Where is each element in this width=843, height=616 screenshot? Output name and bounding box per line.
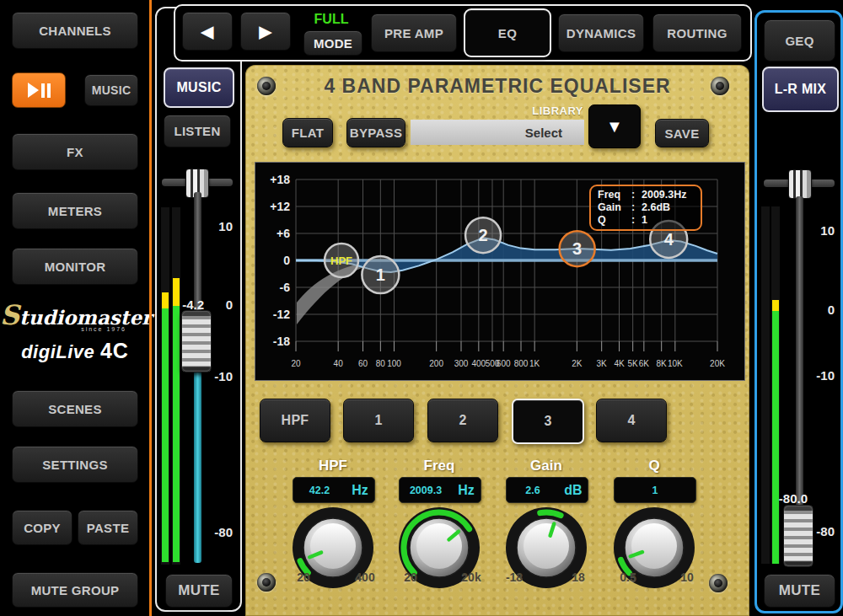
fader-scale-10: 10 bbox=[806, 224, 835, 238]
geq-button[interactable]: GEQ bbox=[764, 19, 835, 62]
svg-text:10K: 10K bbox=[668, 359, 683, 368]
left-arrow-icon: ◀ bbox=[201, 22, 214, 41]
eq-graph[interactable]: +18+12+60-6-12-1820406080100200300400500… bbox=[255, 162, 745, 381]
freq-knob-label: Freq bbox=[389, 458, 490, 474]
svg-text:100: 100 bbox=[387, 359, 401, 368]
brand-logo: Studiomaster since 1976 digiLive 4C bbox=[0, 305, 150, 363]
svg-text:6K: 6K bbox=[639, 359, 650, 368]
q-max-label: 10 bbox=[666, 570, 708, 584]
fader-scale-0: 0 bbox=[806, 303, 835, 317]
q-value-display: 1 bbox=[614, 477, 696, 503]
flat-button[interactable]: FLAT bbox=[282, 118, 333, 147]
level-meter-right bbox=[172, 207, 180, 565]
svg-text:20: 20 bbox=[291, 359, 301, 368]
eq-band-marker-2[interactable]: 2 bbox=[465, 217, 501, 253]
svg-text:600: 600 bbox=[497, 359, 511, 368]
pause-bar-icon bbox=[41, 83, 45, 98]
svg-text:60: 60 bbox=[358, 359, 368, 368]
band-button-4[interactable]: 4 bbox=[596, 399, 667, 442]
mute-button[interactable]: MUTE bbox=[764, 574, 835, 608]
paste-button[interactable]: PASTE bbox=[78, 510, 138, 545]
library-select[interactable]: Select bbox=[411, 120, 584, 145]
svg-text:2: 2 bbox=[479, 226, 488, 244]
svg-text:-6: -6 bbox=[280, 281, 291, 294]
meter-level-segment bbox=[772, 311, 779, 564]
sidebar-item-scenes[interactable]: SCENES bbox=[12, 390, 138, 427]
screw-icon bbox=[257, 573, 276, 592]
knob-value-arc bbox=[540, 512, 561, 516]
svg-text:+12: +12 bbox=[270, 200, 290, 213]
fader-scale-neg10: -10 bbox=[204, 370, 233, 383]
fader-track-lower[interactable] bbox=[194, 371, 201, 563]
right-arrow-icon: ▶ bbox=[260, 22, 272, 41]
mute-group-button[interactable]: MUTE GROUP bbox=[12, 572, 138, 608]
band-button-3[interactable]: 3 bbox=[512, 399, 584, 444]
left-channel-strip: MUSIC LISTEN -4.2 10 0 -10 -80 MUTE bbox=[155, 7, 242, 612]
svg-text:80: 80 bbox=[376, 359, 386, 368]
fader-track-upper[interactable] bbox=[796, 196, 803, 506]
lr-mix-button[interactable]: L-R MIX bbox=[762, 67, 839, 112]
gain-min-label: -18 bbox=[493, 570, 535, 584]
sidebar-item-channels[interactable]: CHANNELS bbox=[12, 12, 138, 49]
band-button-1[interactable]: 1 bbox=[343, 399, 414, 442]
fader-knob[interactable] bbox=[181, 310, 212, 372]
svg-text:5K: 5K bbox=[628, 359, 639, 368]
pause-bar-icon bbox=[47, 83, 51, 98]
band-button-2[interactable]: 2 bbox=[427, 399, 498, 442]
fader-scale-10: 10 bbox=[204, 220, 233, 233]
full-mode-label: FULL bbox=[300, 12, 362, 27]
fader-scale-neg80: -80 bbox=[204, 526, 233, 539]
copy-button[interactable]: COPY bbox=[12, 510, 72, 545]
library-dropdown-button[interactable]: ▼ bbox=[588, 104, 641, 148]
fader-scale-neg10: -10 bbox=[806, 369, 835, 383]
svg-text:8K: 8K bbox=[657, 359, 668, 368]
tab-eq[interactable]: EQ bbox=[464, 8, 551, 57]
save-button[interactable]: SAVE bbox=[655, 119, 709, 147]
sidebar-item-monitor[interactable]: MONITOR bbox=[12, 248, 138, 285]
pan-slider-knob[interactable] bbox=[788, 169, 812, 199]
sidebar-item-settings[interactable]: SETTINGS bbox=[12, 446, 138, 483]
bypass-button[interactable]: BYPASS bbox=[346, 118, 405, 147]
svg-text:200: 200 bbox=[429, 359, 443, 368]
sidebar-item-meters[interactable]: METERS bbox=[12, 192, 138, 229]
svg-text:4: 4 bbox=[664, 230, 674, 249]
freq-max-label: 20k bbox=[450, 570, 492, 584]
svg-text:3K: 3K bbox=[597, 359, 608, 368]
mute-button[interactable]: MUTE bbox=[165, 574, 233, 608]
freq-min-label: 20 bbox=[389, 570, 432, 584]
hpf-knob-label: HPF bbox=[282, 458, 384, 474]
next-channel-button[interactable]: ▶ bbox=[240, 12, 291, 51]
svg-text:2K: 2K bbox=[572, 359, 583, 368]
eq-band-marker-3[interactable]: 3 bbox=[560, 231, 595, 266]
level-meter-left bbox=[161, 207, 169, 565]
right-channel-strip: GEQ L-R MIX -80.0 10 0 -10 -80 MUTE bbox=[754, 10, 843, 613]
prev-channel-button[interactable]: ◀ bbox=[182, 12, 233, 51]
mode-button[interactable]: MODE bbox=[303, 30, 362, 56]
parametric-eq-panel: 4 BAND PARAMETRIC EQUALISER LIBRARY FLAT… bbox=[245, 65, 749, 616]
svg-text:4K: 4K bbox=[614, 359, 625, 368]
eq-band-marker-1[interactable]: 1 bbox=[362, 256, 399, 293]
hpf-min-label: 20 bbox=[282, 570, 325, 584]
mixer-app: CHANNELS MUSIC FX METERS MONITOR Studiom… bbox=[0, 0, 843, 616]
eq-band-marker-HPF[interactable]: HPF bbox=[325, 244, 358, 277]
tab-routing[interactable]: ROUTING bbox=[652, 13, 742, 52]
panel-title: 4 BAND PARAMETRIC EQUALISER bbox=[245, 75, 749, 98]
band-button-hpf[interactable]: HPF bbox=[260, 399, 330, 442]
svg-text:20K: 20K bbox=[710, 359, 725, 368]
fader-scale-0: 0 bbox=[204, 298, 233, 312]
svg-text:1: 1 bbox=[376, 265, 385, 284]
sidebar-item-fx[interactable]: FX bbox=[12, 133, 138, 170]
screw-icon bbox=[709, 574, 728, 592]
play-icon bbox=[28, 83, 39, 98]
fader-value: -80.0 bbox=[767, 491, 808, 506]
studiomaster-logo: Studiomaster bbox=[0, 305, 150, 328]
sidebar-item-music[interactable]: MUSIC bbox=[84, 74, 138, 106]
listen-button[interactable]: LISTEN bbox=[164, 115, 231, 147]
tab-dynamics[interactable]: DYNAMICS bbox=[558, 13, 644, 52]
tab-preamp[interactable]: PRE AMP bbox=[371, 13, 457, 52]
channel-source-button[interactable]: MUSIC bbox=[164, 67, 234, 108]
svg-text:300: 300 bbox=[454, 359, 469, 368]
hpf-max-label: 400 bbox=[344, 570, 386, 584]
svg-text:HPF: HPF bbox=[330, 254, 352, 267]
play-pause-button[interactable] bbox=[12, 72, 66, 108]
